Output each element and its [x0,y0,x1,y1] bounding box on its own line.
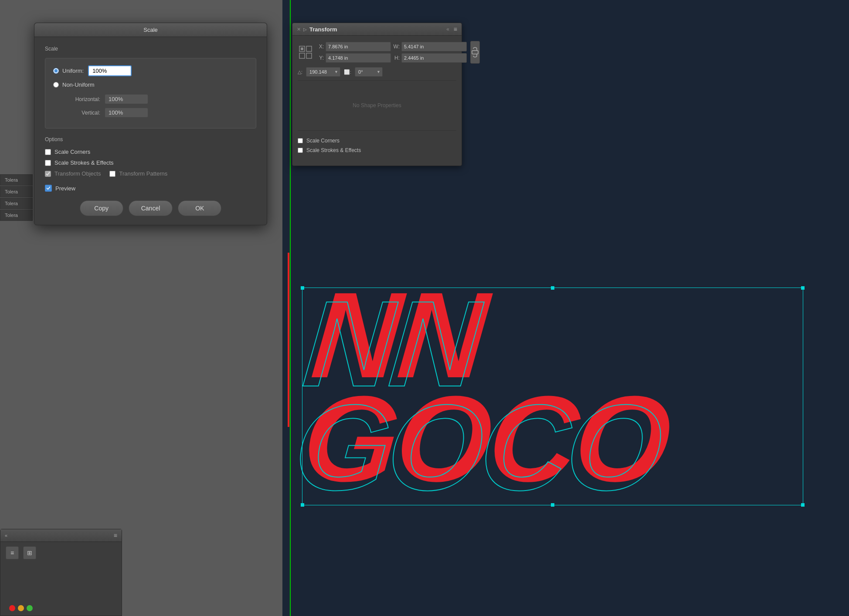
preview-checkbox-checked [45,185,52,192]
close-x-icon[interactable]: ✕ [297,27,301,32]
shear-icon: ⬜: [344,69,351,75]
w-label: W: [393,44,400,50]
angle-shear-row: △: ▼ ⬜: ▼ [298,67,456,77]
preview-row: Preview [45,185,256,192]
transform-patterns-label: Transform Patterns [119,170,167,177]
h-input[interactable] [401,53,467,63]
red-guide-line [288,253,289,427]
scale-section-label: Scale [45,46,256,52]
svg-rect-5 [472,51,478,54]
shear-dropdown-arrow[interactable]: ▼ [377,70,380,74]
cancel-button[interactable]: Cancel [129,200,173,216]
no-shape-properties: No Shape Properties [298,80,456,131]
grid-view-button[interactable]: ⊞ [23,546,36,559]
traffic-lights [9,605,33,611]
non-uniform-label: Non-Uniform [62,81,95,88]
constrain-proportions-button[interactable] [470,41,480,64]
panel-scale-strokes-label: Scale Strokes & Effects [306,147,361,153]
bottom-panel-header: « ≡ [0,529,122,542]
panel-header-left: ✕ ▷ Transform [297,26,337,33]
svg-rect-2 [299,53,305,58]
tolerance-item-1[interactable]: Tolera [0,174,33,186]
artwork-area: NNGOCO NNGOCO [282,270,849,616]
ok-button[interactable]: OK [178,200,221,216]
tolerance-list: Tolera Tolera Tolera Tolera [0,174,33,221]
shear-input-wrap: ▼ [355,67,383,77]
panel-scale-strokes-row: Scale Strokes & Effects [298,147,456,153]
vertical-label: Vertical: [65,110,100,116]
scale-section: Uniform: Non-Uniform Horizontal: Vertica… [45,58,256,129]
panel-scale-corners-row: Scale Corners [298,138,456,144]
preview-label: Preview [55,185,75,192]
copy-button[interactable]: Copy [80,200,123,216]
svg-rect-1 [306,46,312,51]
panel-menu-icon[interactable]: ≡ [454,26,457,33]
collapse-icon[interactable]: « [446,26,449,32]
shear-input[interactable] [357,68,377,76]
transform-panel-body: X: W: Y: H: △: [292,36,462,166]
traffic-yellow [18,605,24,611]
tolerance-item-3[interactable]: Tolera [0,198,33,209]
angle-icon: △: [298,69,302,75]
scale-strokes-checkbox[interactable] [45,160,51,166]
handle-tl [301,286,304,290]
handle-br [801,503,805,507]
w-input[interactable] [401,42,467,51]
horizontal-label: Horizontal: [65,96,100,102]
panel-scale-corners-label: Scale Corners [306,138,340,144]
scale-corners-row: Scale Corners [45,149,256,155]
x-input[interactable] [326,42,391,51]
angle-input[interactable] [308,68,334,76]
options-section: Options Scale Corners Scale Strokes & Ef… [45,136,256,177]
scale-corners-checkbox[interactable] [45,149,51,155]
panel-scale-strokes-checkbox[interactable] [298,148,303,153]
y-input[interactable] [326,53,391,63]
bottom-panel-menu-icon[interactable]: ≡ [114,532,117,539]
transform-objects-checkbox[interactable] [45,171,51,177]
vertical-input[interactable] [105,108,148,118]
y-label: Y: [317,55,324,61]
uniform-label: Uniform: [62,68,84,74]
horizontal-row: Horizontal: [53,94,248,104]
non-uniform-radio[interactable] [53,82,59,88]
bottom-panel-icons: ≡ ⊞ [0,542,122,564]
transform-objects-label: Transform Objects [54,170,101,177]
panel-expand-icon: ▷ [303,27,307,32]
tolerance-item-2[interactable]: Tolera [0,186,33,197]
horizontal-input[interactable] [105,94,148,104]
uniform-radio[interactable] [53,68,59,74]
scale-corners-label: Scale Corners [54,149,90,155]
angle-input-wrap: ▼ [306,67,340,77]
scale-strokes-row: Scale Strokes & Effects [45,159,256,166]
panel-scale-corners-checkbox[interactable] [298,138,303,143]
scale-strokes-label: Scale Strokes & Effects [54,159,114,166]
angle-dropdown-arrow[interactable]: ▼ [334,70,338,74]
artwork-text-outline: NNGOCO [291,292,673,499]
transform-patterns-row: Transform Patterns [109,170,167,177]
panel-header-right: « ≡ [446,26,457,33]
traffic-red [9,605,15,611]
tolerance-item-4[interactable]: Tolera [0,210,33,221]
button-row: Copy Cancel OK [45,200,256,216]
reference-point-icon[interactable] [298,44,313,60]
svg-rect-3 [306,53,312,58]
options-label: Options [45,136,256,142]
transform-objects-row: Transform Objects [45,170,101,177]
transform-coords-row: X: W: Y: H: [298,41,456,64]
list-view-button[interactable]: ≡ [6,546,19,559]
uniform-input[interactable] [88,65,132,76]
transform-panel: ✕ ▷ Transform « ≡ X: [292,23,462,166]
uniform-row: Uniform: [53,65,248,76]
bottom-panel: « ≡ ≡ ⊞ [0,529,122,616]
dialog-body: Scale Uniform: Non-Uniform Horizontal: V… [34,37,267,225]
non-uniform-row: Non-Uniform [53,81,248,88]
svg-rect-4 [301,47,303,50]
xywh-grid: X: W: Y: H: [317,42,467,63]
transform-patterns-checkbox[interactable] [109,171,115,177]
handle-tr [801,286,805,290]
h-label: H: [393,55,400,61]
scale-dialog: Scale Scale Uniform: Non-Uniform Horizon… [34,23,267,225]
bottom-panel-collapse-icon[interactable]: « [5,533,7,538]
vertical-guide-line [290,0,291,616]
transform-panel-title: Transform [309,26,337,33]
